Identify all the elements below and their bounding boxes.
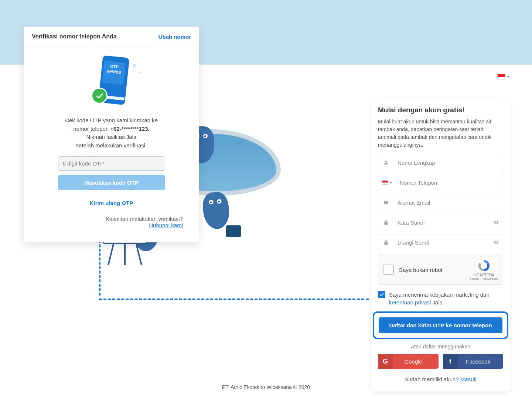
consent-row: Saya menerima kebijakan marketing dan ke…: [378, 291, 503, 306]
consent-text: Saya menerima kebijakan marketing dan ke…: [389, 291, 503, 306]
signup-title: Mulai dengan akun gratis!: [378, 106, 503, 114]
otp-code-input[interactable]: [58, 156, 165, 171]
otp-title: Verifikasi nomor telepon Anda: [32, 33, 117, 40]
facebook-icon: f: [443, 354, 458, 369]
submit-otp-button[interactable]: Masukkan kode OTP: [58, 175, 165, 190]
shrimp-character: [201, 191, 231, 231]
recaptcha-checkbox[interactable]: [383, 265, 394, 275]
caret-down-icon: [507, 76, 510, 78]
login-link[interactable]: Masuk: [460, 376, 477, 382]
flag-id-icon: [382, 180, 388, 185]
contact-us-link[interactable]: Hubungi kami: [149, 222, 183, 228]
phone-country-selector[interactable]: [378, 180, 396, 185]
register-button-highlight: Daftar dan kirim OTP ke nomor telepon: [373, 311, 508, 339]
lock-icon: [378, 219, 394, 225]
eye-icon[interactable]: [490, 239, 503, 245]
briefcase-icon: [226, 225, 241, 237]
privacy-terms-link[interactable]: ketentuan privasi: [389, 299, 431, 306]
connector-line: [99, 299, 369, 300]
otp-card-header: Verifikasi nomor telepon Anda Ubah nomor: [24, 27, 199, 47]
envelope-icon: [378, 200, 394, 205]
lock-icon: [378, 239, 394, 245]
facebook-signup-button[interactable]: f Facebook: [443, 354, 504, 369]
name-field-wrapper: [378, 155, 503, 170]
phone-field-wrapper: [378, 175, 503, 190]
alt-signup-label: Atau daftar menggunakan: [378, 344, 503, 349]
otp-help-footer: Kesulitan melakukan verifikasi? Hubungi …: [32, 206, 191, 235]
user-icon: [378, 160, 394, 166]
caret-down-icon: [389, 182, 392, 184]
consent-checkbox[interactable]: [378, 291, 385, 298]
recaptcha-widget: Saya bukan robot reCAPTCHA Privasi - Per…: [378, 255, 503, 285]
google-icon: G: [378, 354, 393, 369]
language-selector[interactable]: [497, 74, 510, 79]
change-number-link[interactable]: Ubah nomor: [158, 34, 191, 40]
phone-input[interactable]: [396, 175, 503, 190]
email-input[interactable]: [394, 195, 503, 210]
register-button[interactable]: Daftar dan kirim OTP ke nomor telepon: [379, 317, 502, 333]
eye-icon[interactable]: [490, 219, 503, 225]
repeat-password-field-wrapper: [378, 235, 503, 250]
signup-description: Mulai buat akun untuk bisa memantau kual…: [378, 118, 503, 149]
otp-phone-illustration: OTP&%#&$: [80, 54, 143, 109]
password-field-wrapper: [378, 215, 503, 230]
password-input[interactable]: [394, 215, 490, 230]
otp-verification-card: Verifikasi nomor telepon Anda Ubah nomor…: [24, 27, 199, 242]
resend-otp-link[interactable]: Kirim ulang OTP: [32, 200, 191, 206]
masked-phone-number: +62-********123.: [110, 126, 149, 132]
recaptcha-branding: reCAPTCHA Privasi - Persyaratan: [470, 259, 498, 280]
google-signup-button[interactable]: G Google: [378, 354, 439, 369]
signup-card: Mulai dengan akun gratis! Mulai buat aku…: [371, 98, 510, 391]
footer-copyright: PT. Atnic Ekotekno Wicaksana © 2020: [0, 384, 532, 390]
login-prompt: Sudah memiliki akun? Masuk: [378, 376, 503, 382]
flag-id-icon: [497, 74, 505, 79]
otp-message: Cek kode OTP yang kami kirimkan ke nomor…: [32, 116, 191, 150]
email-field-wrapper: [378, 195, 503, 210]
recaptcha-label: Saya bukan robot: [399, 267, 443, 273]
name-input[interactable]: [394, 155, 503, 170]
recaptcha-logo-icon: [477, 259, 491, 272]
check-circle-icon: [91, 88, 108, 104]
repeat-password-input[interactable]: [394, 235, 490, 250]
